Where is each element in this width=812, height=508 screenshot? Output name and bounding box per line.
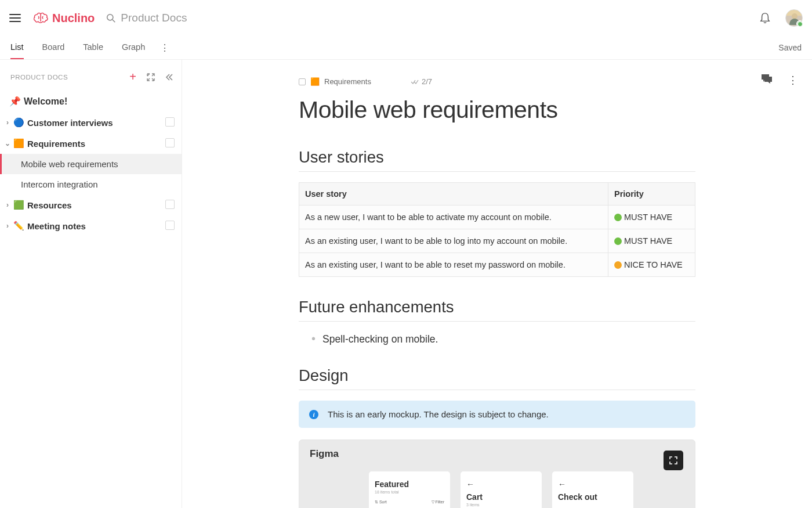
tabs-more-icon[interactable]: ⋮ [160,42,169,53]
checkbox-icon[interactable] [299,78,306,85]
th-priority: Priority [608,183,695,206]
user-avatar[interactable] [785,9,803,27]
figma-embed[interactable]: Figma Featured 18 items total ⇅ Sort▽ Fi… [299,439,695,508]
sidebar-item-mobile-web[interactable]: Mobile web requirements [0,154,182,174]
tab-list[interactable]: List [10,36,24,59]
workspace-title: PRODUCT DOCS [10,74,68,81]
table-row[interactable]: As an existing user, I want to be able t… [299,229,695,253]
table-row[interactable]: As an existing user, I want to be able t… [299,253,695,277]
tab-graph[interactable]: Graph [122,36,145,59]
stack-icon [166,118,175,127]
section-design: Design [299,366,695,390]
sidebar-item-intercom[interactable]: Intercom integration [0,174,182,194]
search-placeholder: Product Docs [121,12,187,24]
progress-indicator: 2/7 [411,77,432,86]
th-story: User story [299,183,608,206]
enhancement-item: Spell-checking on mobile. [311,332,695,345]
sidebar-item-meeting-notes[interactable]: ›✏️ Meeting notes [0,215,182,236]
table-row[interactable]: As a new user, I want to be able to acti… [299,206,695,229]
section-future: Future enhancements [299,298,695,322]
add-item-icon[interactable]: + [129,70,136,84]
priority-dot-green [614,214,622,221]
info-callout: i This is an early mockup. The design is… [299,401,695,428]
priority-dot-orange [614,261,622,269]
sidebar: PRODUCT DOCS + 📌 Welcome! ›🔵 Customer in… [0,60,182,508]
logo[interactable]: Nuclino [34,12,95,25]
sidebar-item-resources[interactable]: ›🟩 Resources [0,194,182,215]
expand-embed-icon[interactable] [664,451,683,470]
stack-icon [166,222,175,230]
svg-point-2 [792,13,798,19]
sidebar-item-requirements[interactable]: ⌄🟧 Requirements [0,133,182,154]
collapse-sidebar-icon[interactable] [165,73,173,81]
figma-label: Figma [310,448,339,460]
svg-point-0 [107,14,113,20]
expand-icon[interactable] [147,73,155,81]
breadcrumb-folder[interactable]: Requirements [324,77,371,86]
sidebar-item-welcome[interactable]: 📌 Welcome! [0,91,182,112]
search-icon [106,13,116,23]
tab-board[interactable]: Board [42,36,65,59]
tab-table[interactable]: Table [83,36,103,59]
stack-icon [166,139,175,147]
mockup-cart: ← Cart 3 items ✓ Select All🗑 Delete Sele… [461,471,542,508]
section-user-stories: User stories [299,148,695,172]
notifications-icon[interactable] [760,12,770,24]
comments-icon[interactable] [761,74,773,84]
logo-text: Nuclino [52,12,95,25]
doc-more-icon[interactable]: ⋮ [788,74,798,87]
save-status: Saved [778,43,802,52]
svg-line-1 [113,20,115,22]
stack-icon [166,201,175,209]
priority-dot-green [614,237,622,245]
document-content: ⋮ 🟧 Requirements 2/7 Mobile web requirem… [182,60,812,508]
mockup-checkout: ← Check out Metal EarringsSpecial Design… [552,471,633,508]
info-icon: i [309,410,318,419]
brain-icon [34,12,49,24]
sidebar-item-customer-interviews[interactable]: ›🔵 Customer interviews [0,112,182,133]
menu-toggle[interactable] [9,14,21,22]
page-title[interactable]: Mobile web requirements [299,96,695,124]
user-stories-table: User storyPriority As a new user, I want… [299,182,695,277]
search-input[interactable]: Product Docs [106,12,187,24]
mockup-featured: Featured 18 items total ⇅ Sort▽ Filter S… [369,471,450,508]
